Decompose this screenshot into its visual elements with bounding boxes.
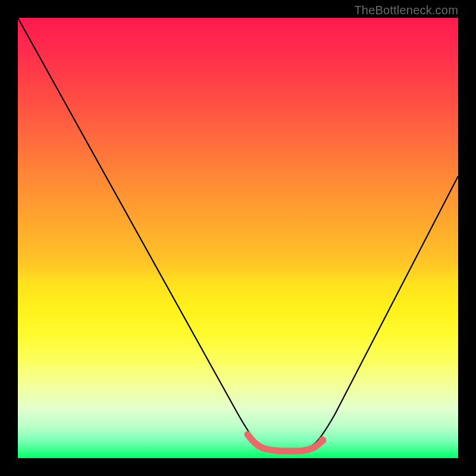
bottleneck-curve [18, 18, 458, 450]
plot-area [18, 18, 458, 458]
optimal-band [248, 434, 322, 451]
marker-dot [319, 437, 327, 444]
chart-container: TheBottleneck.com [0, 0, 476, 476]
curve-layer [18, 18, 458, 458]
watermark: TheBottleneck.com [354, 4, 458, 17]
